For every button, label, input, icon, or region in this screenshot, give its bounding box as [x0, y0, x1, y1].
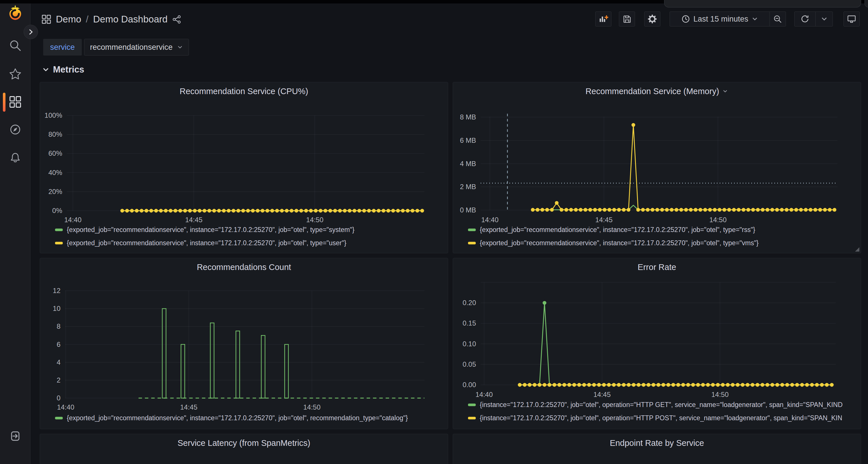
legend-label: {instance="172.17.0.2:25270", job="otel"…	[480, 414, 842, 422]
legend-swatch	[55, 242, 63, 244]
kiosk-mode-button[interactable]	[843, 11, 860, 27]
zoom-out-time-button[interactable]	[770, 12, 786, 26]
legend-swatch	[55, 229, 63, 231]
panel-error-rate: Error Rate 0.200.150.100.050.0014:4014:4…	[453, 258, 861, 429]
svg-text:0.00: 0.00	[463, 381, 476, 389]
grafana-app: Demo / Demo Dashboard	[0, 0, 868, 464]
svg-text:14:50: 14:50	[306, 216, 323, 224]
refresh-icon	[800, 14, 810, 24]
svg-text:0.05: 0.05	[463, 360, 476, 368]
monitor-icon	[847, 14, 857, 24]
sidebar-item-explore[interactable]	[9, 123, 22, 136]
time-range-label: Last 15 minutes	[693, 15, 748, 24]
panel-service-latency: Service Latency (from SpanMetrics)	[40, 434, 448, 464]
svg-text:60%: 60%	[49, 150, 62, 157]
legend-label: {exported_job="recommendationservice", i…	[480, 226, 755, 234]
breadcrumb: Demo / Demo Dashboard	[41, 13, 181, 26]
legend-item[interactable]: {exported_job="recommendationservice", i…	[40, 223, 445, 236]
svg-text:14:40: 14:40	[481, 216, 498, 224]
chevron-down-icon	[821, 15, 828, 23]
sidebar-item-alerting[interactable]	[9, 151, 22, 164]
svg-text:14:45: 14:45	[593, 391, 611, 398]
legend: {instance="172.17.0.2:25270", job="otel"…	[453, 398, 859, 425]
dashboards-grid-icon	[9, 96, 22, 108]
svg-text:14:50: 14:50	[303, 403, 320, 411]
sidebar-item-search[interactable]	[9, 39, 22, 52]
svg-text:0.10: 0.10	[463, 340, 476, 348]
share-icon[interactable]	[172, 15, 181, 24]
gear-icon	[647, 14, 657, 24]
grafana-logo[interactable]	[7, 4, 24, 21]
svg-text:6: 6	[57, 340, 60, 348]
active-nav-indicator	[3, 93, 5, 112]
legend-label: {instance="172.17.0.2:25270", job="otel"…	[480, 401, 843, 409]
legend-item[interactable]: {exported_job="recommendationservice", i…	[453, 223, 859, 236]
row-title: Metrics	[53, 64, 84, 75]
legend-item[interactable]: {exported_job="recommendationservice", i…	[40, 411, 445, 425]
breadcrumb-folder[interactable]: Demo	[56, 14, 81, 25]
breadcrumb-dashboard-title[interactable]: Demo Dashboard	[93, 14, 167, 25]
sidebar-item-starred[interactable]	[9, 67, 22, 80]
sidebar-item-sign-out[interactable]	[9, 429, 22, 443]
dashboard-settings-button[interactable]	[644, 11, 660, 27]
svg-text:14:45: 14:45	[180, 403, 197, 411]
svg-text:4 MB: 4 MB	[460, 160, 476, 168]
sidebar-item-dashboards[interactable]	[9, 95, 22, 108]
refresh-button[interactable]	[795, 12, 815, 26]
legend-swatch	[468, 417, 476, 420]
legend: {exported_job="recommendationservice", i…	[453, 223, 859, 250]
svg-text:2: 2	[57, 376, 60, 384]
panel-endpoint-rate: Endpoint Rate by Service	[453, 434, 861, 464]
svg-text:20%: 20%	[49, 188, 62, 195]
sidebar-expand-button[interactable]	[24, 25, 38, 39]
legend-swatch	[468, 229, 476, 231]
svg-text:100%: 100%	[44, 111, 62, 119]
svg-text:14:50: 14:50	[709, 216, 726, 224]
bell-icon	[9, 152, 22, 164]
legend-swatch	[468, 242, 476, 244]
row-header-metrics[interactable]: Metrics	[42, 63, 84, 76]
browser-overlay-edge	[865, 0, 868, 7]
legend-item[interactable]: {exported_job="recommendationservice", i…	[453, 236, 859, 250]
legend-swatch	[55, 417, 63, 420]
save-dashboard-button[interactable]	[619, 11, 635, 27]
sign-out-icon	[9, 430, 22, 442]
legend-item[interactable]: {exported_job="recommendationservice", i…	[40, 236, 445, 250]
legend-item[interactable]: {instance="172.17.0.2:25270", job="otel"…	[453, 411, 859, 425]
svg-text:40%: 40%	[49, 169, 62, 176]
chevron-right-icon	[28, 29, 34, 35]
breadcrumb-separator: /	[86, 14, 88, 25]
panel-title[interactable]: Service Latency (from SpanMetrics)	[40, 434, 448, 452]
legend: {exported_job="recommendationservice", i…	[40, 411, 445, 425]
time-picker-group: Last 15 minutes	[670, 11, 786, 27]
svg-text:0.15: 0.15	[463, 319, 476, 327]
svg-text:0%: 0%	[52, 207, 62, 214]
time-range-button[interactable]: Last 15 minutes	[670, 12, 770, 26]
legend-swatch	[468, 403, 476, 406]
svg-text:14:45: 14:45	[595, 216, 613, 224]
svg-text:2 MB: 2 MB	[460, 183, 476, 191]
svg-text:80%: 80%	[49, 130, 62, 138]
svg-text:14:40: 14:40	[57, 403, 74, 411]
svg-text:10: 10	[53, 304, 60, 312]
svg-text:14:50: 14:50	[711, 391, 728, 398]
variable-label[interactable]: service	[43, 39, 82, 56]
dashboard-grid-icon	[41, 14, 51, 24]
variable-value-dropdown[interactable]: recommendationservice	[84, 39, 189, 56]
chevron-down-icon	[42, 66, 50, 73]
legend-label: {exported_job="recommendationservice", i…	[67, 226, 354, 234]
panel-title[interactable]: Endpoint Rate by Service	[453, 434, 861, 452]
zoom-out-icon	[773, 15, 782, 24]
star-icon	[9, 68, 22, 80]
svg-text:12: 12	[53, 287, 60, 294]
legend-item[interactable]: {instance="172.17.0.2:25270", job="otel"…	[453, 398, 859, 411]
recommendations-chart: 12108642014:4014:4514:50	[40, 258, 448, 429]
add-panel-button[interactable]	[595, 11, 611, 27]
svg-text:4: 4	[57, 358, 60, 366]
refresh-interval-dropdown[interactable]	[815, 12, 833, 26]
panel-recommendations-count: Recommendations Count 12108642014:4014:4…	[40, 258, 448, 429]
svg-text:0 MB: 0 MB	[460, 206, 476, 214]
panel-resize-handle[interactable]	[855, 247, 859, 252]
legend-label: {exported_job="recommendationservice", i…	[67, 414, 408, 422]
svg-text:0: 0	[57, 394, 60, 402]
